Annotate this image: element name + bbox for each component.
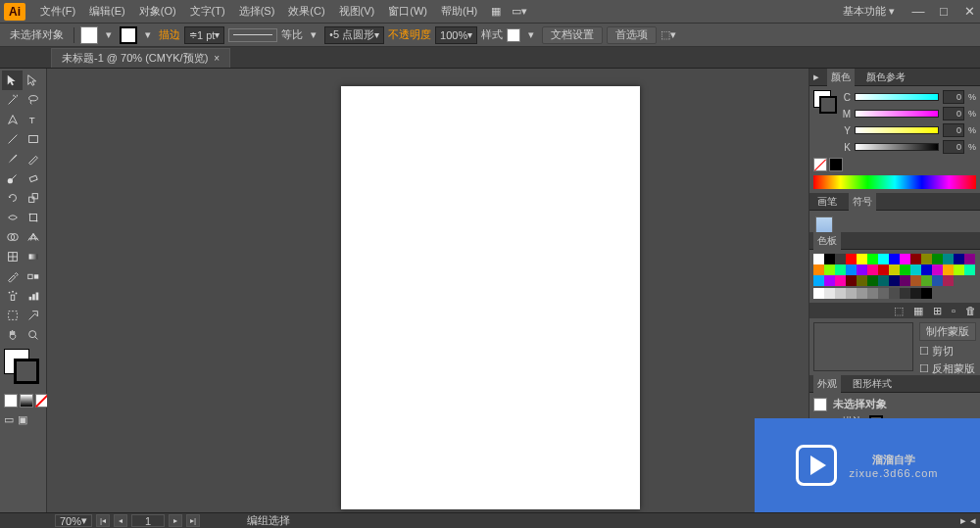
swatch-menu-icon[interactable]: ▦ bbox=[913, 305, 923, 317]
swatch[interactable] bbox=[910, 264, 921, 275]
swatch-lib-icon[interactable]: ⬚ bbox=[894, 305, 904, 317]
fill-stroke-box[interactable] bbox=[4, 349, 42, 384]
artboard[interactable] bbox=[341, 86, 640, 509]
artboard-tool[interactable] bbox=[2, 306, 23, 325]
swatch[interactable] bbox=[943, 254, 954, 264]
brush-field[interactable]: • 5 点圆形 ▾ bbox=[324, 26, 384, 44]
document-tab[interactable]: 未标题-1 @ 70% (CMYK/预览) × bbox=[51, 48, 230, 68]
swatch[interactable] bbox=[878, 264, 889, 275]
line-tool[interactable] bbox=[2, 129, 23, 149]
swatch[interactable] bbox=[943, 275, 954, 286]
profile-dd-icon[interactable]: ▾ bbox=[307, 28, 320, 41]
workspace-switcher[interactable]: 基本功能 ▾ bbox=[836, 4, 902, 19]
delete-swatch-icon[interactable]: 🗑 bbox=[965, 305, 976, 316]
shape-builder-tool[interactable] bbox=[2, 227, 23, 247]
menu-object[interactable]: 对象(O) bbox=[132, 4, 183, 19]
grayscale-row[interactable] bbox=[813, 288, 976, 299]
tab-color-guide[interactable]: 颜色参考 bbox=[862, 69, 909, 86]
swatch[interactable] bbox=[900, 264, 910, 275]
prefs-button[interactable]: 首选项 bbox=[607, 26, 657, 44]
screen-mode-icon[interactable]: ▭ bbox=[4, 413, 14, 426]
tab-appearance[interactable]: 外观 bbox=[813, 375, 841, 393]
blob-brush-tool[interactable] bbox=[2, 168, 23, 188]
stroke-dropdown-icon[interactable]: ▾ bbox=[141, 28, 155, 41]
slice-tool[interactable] bbox=[23, 306, 43, 325]
swatch[interactable] bbox=[867, 264, 878, 275]
swatch[interactable] bbox=[846, 264, 857, 275]
rectangle-tool[interactable] bbox=[23, 129, 43, 149]
tab-graphic-styles[interactable]: 图形样式 bbox=[849, 375, 896, 393]
tab-swatches[interactable]: 色板 bbox=[813, 232, 841, 250]
layout-icon[interactable]: ▭▾ bbox=[511, 3, 528, 21]
zoom-field[interactable]: 70% ▾ bbox=[55, 514, 92, 527]
tab-symbols[interactable]: 符号 bbox=[849, 193, 876, 211]
gray-swatch[interactable] bbox=[867, 288, 878, 299]
canvas-area[interactable] bbox=[47, 69, 808, 512]
gradient-tool[interactable] bbox=[23, 247, 43, 266]
selection-tool[interactable] bbox=[2, 71, 23, 90]
spectrum-bar[interactable] bbox=[813, 175, 976, 189]
swatch[interactable] bbox=[857, 275, 867, 286]
swatch[interactable] bbox=[867, 275, 878, 286]
scale-tool[interactable] bbox=[23, 188, 43, 208]
scroll-left-icon[interactable]: ▸ bbox=[960, 514, 966, 527]
gray-swatch[interactable] bbox=[846, 288, 857, 299]
tab-brushes[interactable]: 画笔 bbox=[813, 193, 841, 211]
none-swatch[interactable] bbox=[813, 158, 827, 171]
align-icon[interactable]: ⬚▾ bbox=[661, 28, 676, 41]
first-page-icon[interactable]: |◂ bbox=[96, 514, 110, 527]
swatch[interactable] bbox=[878, 254, 889, 264]
lasso-tool[interactable] bbox=[23, 90, 43, 110]
next-page-icon[interactable]: ▸ bbox=[169, 514, 182, 527]
free-transform-tool[interactable] bbox=[23, 208, 43, 227]
tab-color[interactable]: 颜色 bbox=[827, 69, 855, 86]
c-slider[interactable] bbox=[855, 93, 939, 101]
fill-dropdown-icon[interactable]: ▾ bbox=[102, 28, 116, 41]
y-value[interactable]: 0 bbox=[943, 123, 964, 137]
swatches-grid[interactable] bbox=[813, 254, 976, 286]
collapse-icon[interactable]: ▸ bbox=[813, 71, 819, 83]
swatch[interactable] bbox=[889, 254, 900, 264]
swatch[interactable] bbox=[910, 275, 921, 286]
swatch[interactable] bbox=[921, 264, 932, 275]
k-value[interactable]: 0 bbox=[943, 140, 964, 154]
color-mode-icon[interactable] bbox=[4, 394, 18, 408]
close-button[interactable]: ✕ bbox=[962, 5, 976, 19]
menu-window[interactable]: 窗口(W) bbox=[381, 4, 434, 19]
swatch[interactable] bbox=[932, 275, 943, 286]
black-swatch[interactable] bbox=[829, 158, 843, 171]
prev-page-icon[interactable]: ◂ bbox=[114, 514, 127, 527]
swatch[interactable] bbox=[835, 275, 846, 286]
eyedropper-tool[interactable] bbox=[2, 266, 23, 286]
menu-select[interactable]: 选择(S) bbox=[232, 4, 282, 19]
menu-effect[interactable]: 效果(C) bbox=[281, 4, 331, 19]
rotate-tool[interactable] bbox=[2, 188, 23, 208]
swatch[interactable] bbox=[910, 254, 921, 264]
swatch[interactable] bbox=[813, 275, 824, 286]
screen-mode-alt-icon[interactable]: ▣ bbox=[18, 413, 27, 426]
swatch[interactable] bbox=[954, 264, 964, 275]
menu-view[interactable]: 视图(V) bbox=[332, 4, 382, 19]
menu-type[interactable]: 文字(T) bbox=[183, 4, 232, 19]
gray-swatch[interactable] bbox=[813, 288, 824, 299]
pencil-tool[interactable] bbox=[23, 149, 43, 168]
swatch[interactable] bbox=[857, 254, 867, 264]
last-page-icon[interactable]: ▸| bbox=[186, 514, 200, 527]
swatch-options-icon[interactable]: ⊞ bbox=[933, 305, 942, 317]
direct-selection-tool[interactable] bbox=[23, 71, 43, 90]
new-swatch-icon[interactable]: ▫ bbox=[952, 305, 956, 316]
swatch[interactable] bbox=[921, 275, 932, 286]
swatch[interactable] bbox=[813, 264, 824, 275]
page-field[interactable]: 1 bbox=[131, 514, 165, 527]
symbol-sprayer-tool[interactable] bbox=[2, 286, 23, 306]
magic-wand-tool[interactable] bbox=[2, 90, 23, 110]
swatch[interactable] bbox=[954, 254, 964, 264]
swatch[interactable] bbox=[932, 254, 943, 264]
swatch[interactable] bbox=[889, 264, 900, 275]
swatch[interactable] bbox=[943, 264, 954, 275]
type-tool[interactable]: T bbox=[23, 110, 43, 129]
swatch[interactable] bbox=[964, 254, 975, 264]
swatch[interactable] bbox=[932, 264, 943, 275]
menu-file[interactable]: 文件(F) bbox=[33, 4, 82, 19]
zoom-tool[interactable] bbox=[23, 325, 43, 345]
